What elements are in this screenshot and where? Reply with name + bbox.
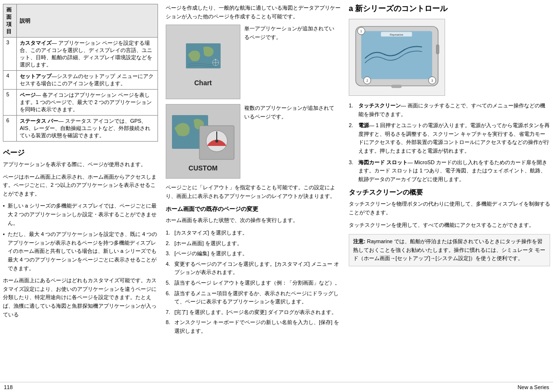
step-num-5: 5. [166,279,172,287]
table-row: 5 ページ— 各アイコンはアプリケーション ページを表します。1 つのページで、… [3,90,158,116]
mid-body2: ページごとに「レイアウト」を指定することも可能です。この設定により、画面上に表示… [166,183,341,200]
step-num-8: 8. [166,318,172,335]
right-step-text-3: 海図カード スロット— MicroSD カードの出し入れをするためのカード扉を開… [358,158,550,184]
note-box: 注意: Raymarine では、船舶が停泊または係留されているときにタッチ操作… [349,234,550,266]
touchscreen-body2: タッチスクリーンを使用して、すべての機能にアクセスすることができます。 [349,221,550,230]
left-column: 画面項目 説明 3 カスタマイズ— アプリケーション ページを設定する場合、この… [3,4,162,378]
middle-column: ページを作成したり、一般的な航海に適している海図とデータアプリケーションが入った… [162,4,345,378]
step-text-8: オンスクリーン キーボードでページの新しい名前を入力し、[保存] を選択します。 [174,318,341,335]
row-num-3: 3 [3,38,17,71]
step-num-7: 7. [166,308,172,317]
bullet-list: 新しい a シリーズの多機能ディスプレイでは、ページごとに最大 2 つのアプリケ… [3,202,158,273]
row-desc-4: セットアップ—システムのセットアップ メニューにアクセスする場合にこのアイコンを… [17,71,158,90]
chart-icon-box: N Chart [166,25,240,99]
right-step-3: 3. 海図カード スロット— MicroSD カードの出し入れをするためのカード… [349,158,550,184]
steps-list: 1.[カスタマイズ] を選択します。 2.[ホーム画面] を選択します。 3.[… [166,229,341,336]
right-step-bold-3: 海図カード スロット [358,159,408,165]
home-change-intro: ホーム画面を表示した状態で、次の操作を実行します。 [166,216,341,225]
device-image: Raymarine 1 2 3 [349,19,445,96]
table-row: 4 セットアップ—システムのセットアップ メニューにアクセスする場合にこのアイコ… [3,71,158,90]
step-8: 8.オンスクリーン キーボードでページの新しい名前を入力し、[保存] を選択しま… [166,318,341,335]
right-section-title: a 新シリーズのコントロール [349,4,550,14]
note-text: Raymarine では、船舶が停泊または係留されているときにタッチ操作を習熟し… [353,238,545,261]
custom-svg-icon [170,111,237,169]
note-label: 注意: [353,238,366,244]
chart-desc: 単一アプリケーションが追加されているページです。 [244,25,336,99]
svg-text:1: 1 [360,29,362,33]
right-step-num-2: 2. [349,121,356,155]
right-step-2: 2. 電源— 1 回押すとユニットの電源が入ります。電源が入ってから電源ボタンを… [349,121,550,155]
row-bold-4: セットアップ [20,73,52,79]
table-header-item: 画面項目 [3,4,17,38]
chart-svg-icon: N [184,38,223,76]
step-1: 1.[カスタマイズ] を選択します。 [166,229,341,237]
right-step-bold-1: タッチスクリーン [358,103,401,108]
row-desc-6: ステータス バー— ステータス アイコンでは、GPS、AIS、レーダー、自動操縦… [17,116,158,142]
touchscreen-body1: タッチスクリーンを物理ボタンの代わりに使用して、多機能ディスプレイを制御すること… [349,200,550,217]
device-svg-icon: Raymarine 1 2 3 [351,21,443,93]
right-step-text-2: 電源— 1 回押すとユニットの電源が入ります。電源が入ってから電源ボタンを再度押… [358,121,550,155]
step-text-2: [ホーム画面] を選択します。 [174,239,242,248]
home-change-title: ホーム画面での既存のページの変更 [166,205,341,213]
row-desc-5: ページ— 各アイコンはアプリケーション ページを表します。1 つのページで、最大… [17,90,158,116]
svg-text:3: 3 [431,79,433,82]
row-text-5: — 各アイコンはアプリケーション ページを表します。1 つのページで、最大で 2… [20,92,152,112]
row-bold-3: カスタマイズ [20,40,52,46]
row-bold-6: ステータス バー [20,118,58,124]
page-body1: ページはホーム画面上に表示され、ホーム画面からアクセスします。ページごとに、2 … [3,173,158,198]
step-4: 4.変更するページのアイコンを選択します。[カスタマイズ] メニュー オプション… [166,260,341,277]
footer-page-number: 118 [4,384,13,390]
custom-icon-box: CUSTOM [166,104,240,179]
table-row: 3 カスタマイズ— アプリケーション ページを設定する場合、このアイコンを選択し… [3,38,158,71]
row-num-5: 5 [3,90,17,116]
step-text-5: 該当するページ レイアウトを選択します（例：「分割画面」など）。 [174,279,340,287]
chart-label: Chart [194,79,212,87]
step-num-1: 1. [166,229,172,237]
row-num-6: 6 [3,116,17,142]
chart-icon-row: N Chart 単一アプリケーションが追加されているページです。 [166,25,341,99]
svg-text:2: 2 [366,79,368,82]
right-step-text-1: タッチスクリーン— 画面にタッチすることで、すべてのメニュー操作などの機能を操作… [358,102,550,118]
custom-desc: 複数のアプリケーションが追加されているページです。 [244,104,336,179]
custom-label: CUSTOM [188,164,217,172]
svg-point-9 [215,140,218,143]
svg-text:Raymarine: Raymarine [390,33,403,36]
row-bold-5: ページ [20,92,36,98]
row-num-4: 4 [3,71,17,90]
step-text-4: 変更するページのアイコンを選択します。[カスタマイズ] メニュー オプションが表… [174,260,341,277]
table-header-desc: 説明 [17,4,158,38]
right-steps-list: 1. タッチスクリーン— 画面にタッチすることで、すべてのメニュー操作などの機能… [349,102,550,183]
custom-icon-row: CUSTOM 複数のアプリケーションが追加されているページです。 [166,104,341,179]
page-intro: アプリケーションを表示する際に、ページが使用されます。 [3,160,158,169]
step-num-4: 4. [166,260,172,277]
page-section-title: ページ [3,148,158,157]
step-text-1: [カスタマイズ] を選択します。 [174,229,248,237]
svg-rect-18 [392,85,402,88]
chart-icon-inner: N Chart [166,25,240,99]
right-step-1: 1. タッチスクリーン— 画面にタッチすることで、すべてのメニュー操作などの機能… [349,102,550,118]
step-2: 2.[ホーム画面] を選択します。 [166,239,341,248]
footer: 118 New a Series [0,382,553,392]
bullet-item-2: ただし、最大 4 つのアプリケーションを設定でき、既に 4 つのアプリケーション… [3,230,158,273]
row-desc-3: カスタマイズ— アプリケーション ページを設定する場合、このアイコンを選択し、デ… [17,38,158,71]
step-text-3: [ページの編集] を選択します。 [174,249,248,258]
step-7: 7.[完了] を選択します。[ページ名の変更] ダイアログが表示されます。 [166,308,341,317]
right-step-num-1: 1. [349,102,356,118]
table-row: 6 ステータス バー— ステータス アイコンでは、GPS、AIS、レーダー、自動… [3,116,158,142]
step-text-6: 該当するメニュー項目を選択するか、表示されたページにドラッグして、ページに表示す… [174,289,341,306]
step-num-6: 6. [166,289,172,306]
bullet-item-1: 新しい a シリーズの多機能ディスプレイでは、ページごとに最大 2 つのアプリケ… [3,202,158,227]
step-text-7: [完了] を選択します。[ページ名の変更] ダイアログが表示されます。 [174,308,337,317]
custom-icon-inner: CUSTOM [166,105,240,178]
page-body2: ホーム画面上にあるページはどれもカスタマイズ可能です。カスタマイズ設定により、お… [3,276,158,319]
svg-rect-21 [436,45,439,54]
footer-series: New a Series [518,384,549,390]
step-5: 5.該当するページ レイアウトを選択します（例：「分割画面」など）。 [166,279,341,287]
right-step-body-2: — 1 回押すとユニットの電源が入ります。電源が入ってから電源ボタンを再度押すと… [358,122,550,154]
right-step-bold-2: 電源 [358,122,369,128]
step-num-2: 2. [166,239,172,248]
step-6: 6.該当するメニュー項目を選択するか、表示されたページにドラッグして、ページに表… [166,289,341,306]
right-column: a 新シリーズのコントロール Raymarine 1 2 [345,4,550,378]
right-step-num-3: 3. [349,158,356,184]
step-num-3: 3. [166,249,172,258]
